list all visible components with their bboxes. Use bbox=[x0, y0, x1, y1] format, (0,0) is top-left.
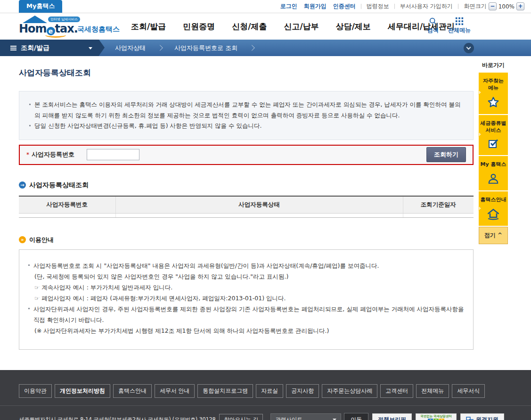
go-button[interactable]: 이동 bbox=[344, 413, 368, 420]
search-label: 검색 bbox=[427, 26, 439, 34]
notice-line: 본 조회서비스는 홈택스 이용자의 세무처리와 거래 상대방이 세금계산서를 교… bbox=[29, 99, 464, 121]
guide-line: (단, 국세청에 등록되어 있지 않은 사업자번호인 경우 "사업을 하지 않고… bbox=[28, 271, 465, 282]
hamburger-icon bbox=[10, 46, 16, 47]
zoom-out-button[interactable]: − bbox=[489, 2, 497, 10]
zoom-in-button[interactable]: + bbox=[516, 2, 524, 10]
footer-link-all-menu[interactable]: 전체메뉴 bbox=[416, 384, 449, 398]
footer-link-hometax-guide[interactable]: 홈택스안내 bbox=[113, 384, 152, 398]
divider bbox=[394, 4, 395, 9]
logo-suffix: 국세청홈택스 bbox=[77, 25, 120, 34]
notice-line: 당일 신청한 사업자상태변경(신규등록, 휴.폐업 등) 사항은 반영되지 않을… bbox=[29, 121, 464, 132]
page-title: 사업자등록상태조회 bbox=[19, 67, 474, 78]
footer-link-install-program[interactable]: 통합설치프로그램 bbox=[197, 384, 253, 398]
hometax-logo[interactable]: 인터넷 납세서비스 Hometax. 국세청홈택스 bbox=[19, 16, 123, 37]
footer-link-privacy[interactable]: 개인정보처리방침 bbox=[55, 384, 110, 398]
footer-link-row: 이용약관 개인정보처리방침 홈택스안내 세무서 안내 통합설치프로그램 자료실 … bbox=[19, 384, 531, 398]
footer-link-archive[interactable]: 자료실 bbox=[256, 384, 283, 398]
arrow-circle-orange-icon: » bbox=[19, 236, 26, 243]
sidebar-item-my-hometax[interactable]: My 홈택스 bbox=[479, 156, 508, 190]
divider bbox=[361, 4, 361, 9]
breadcrumb-item-business-status[interactable]: 사업자상태 bbox=[115, 44, 146, 52]
guide-line: 사업자단위과세 사업자인 경우, 주된 사업자등록번호를 제외한 종된 사업장의… bbox=[28, 304, 465, 325]
sidebar-item-favorite-menu[interactable]: 자주찾는 메뉴 bbox=[479, 73, 508, 114]
call-center-126-button[interactable]: 국번없는 국세상담센터 1 2 6 bbox=[416, 413, 457, 420]
footer-link-notice[interactable]: 공지사항 bbox=[286, 384, 319, 398]
related-sites-select[interactable]: 관련사이트 bbox=[270, 413, 341, 420]
utility-bar: My홈택스 로그인 회원가입 인증센터 법령정보 부서사용자 가입하기 화면크기… bbox=[0, 0, 531, 13]
col-registration-status: 사업자등록상태 bbox=[115, 196, 403, 214]
sidebar-item-label: 자주찾는 메뉴 bbox=[480, 78, 507, 92]
nav-application-submit[interactable]: 신청/제출 bbox=[232, 21, 267, 32]
policy-briefing-button[interactable]: 정책브리핑 bbox=[372, 413, 412, 420]
expand-menu-button[interactable] bbox=[464, 43, 474, 53]
global-nav: 조회/발급 민원증명 신청/제출 신고/납부 상담/제보 세무대리/납세관리 bbox=[131, 21, 455, 32]
col-business-regno: 사업자등록번호 bbox=[19, 196, 115, 214]
all-menu-label: 전체메뉴 bbox=[448, 26, 471, 34]
nav-report-pay[interactable]: 신고/납부 bbox=[284, 21, 319, 32]
fold-button[interactable]: 접기 ^ bbox=[479, 227, 508, 244]
my-hometax-tab[interactable]: My홈택스 bbox=[19, 0, 62, 13]
nav-inquiry-issue[interactable]: 조회/발급 bbox=[131, 21, 166, 32]
service-notice-box: 본 조회서비스는 홈택스 이용자의 세무처리와 거래 상대방이 세금계산서를 교… bbox=[19, 91, 474, 140]
guide-line: (※ 사업자단위과세자는 부가가치세법 시행령 제12조 제1항 단서에 의해 … bbox=[28, 325, 465, 336]
table-header-row: 사업자등록번호 사업자등록상태 조회기준일자 bbox=[19, 196, 474, 214]
guide-line: 사업자등록번호로 조회 시 "사업자등록상태" 내용은 사업자의 과세유형(일반… bbox=[28, 260, 465, 271]
triangle-marker-icon bbox=[478, 90, 481, 95]
breadcrumb-item-lookup-by-regno[interactable]: 사업자등록번호로 조회 bbox=[174, 44, 237, 52]
breadcrumb: 사업자상태 사업자등록번호로 조회 bbox=[115, 44, 254, 52]
all-menu-button[interactable]: 전체메뉴 bbox=[448, 17, 471, 34]
result-table: 사업자등록번호 사업자등록상태 조회기준일자 bbox=[19, 196, 474, 218]
remote-support-button[interactable]: 원격지원 bbox=[460, 413, 504, 420]
section-menu-dropdown[interactable]: 조회/발급 bbox=[0, 40, 99, 56]
sidebar-item-tax-type-services[interactable]: 세금종류별 서비스 bbox=[479, 115, 508, 156]
chevron-down-icon bbox=[466, 45, 471, 50]
footer-link-tax-office[interactable]: 세무서 안내 bbox=[155, 384, 195, 398]
footer-divider bbox=[0, 405, 531, 406]
dept-user-signup-link[interactable]: 부서사용자 가입하기 bbox=[397, 2, 456, 10]
business-regno-label: 사업자등록번호 bbox=[32, 150, 74, 159]
footer-info-row: 세종특별자치시 국세청로 8-14 국세청(정부세종2청사 국세청동) (우편번… bbox=[19, 413, 531, 420]
footer-link-customer-center[interactable]: 고객센터 bbox=[380, 384, 413, 398]
star-icon bbox=[487, 96, 499, 108]
cert-center-link[interactable]: 인증센터 bbox=[330, 2, 359, 10]
business-regno-input[interactable] bbox=[87, 149, 139, 160]
search-button[interactable]: 검색 bbox=[427, 17, 439, 34]
zoom-value: 100% bbox=[498, 3, 515, 10]
search-icon bbox=[429, 17, 437, 25]
remote-support-label: 원격지원 bbox=[476, 416, 498, 420]
screen-zoom-control: 화면크기 − 100% + bbox=[464, 2, 524, 10]
call-center-126-caption: 국번없는 국세상담센터 bbox=[420, 415, 452, 418]
sidebar-item-hometax-guide[interactable]: 홈택스안내 bbox=[479, 191, 508, 226]
related-sites-label: 관련사이트 bbox=[275, 416, 302, 420]
login-link[interactable]: 로그인 bbox=[277, 2, 301, 10]
empty-result-row bbox=[19, 213, 474, 217]
footer-link-tax-forms[interactable]: 세무서식 bbox=[452, 384, 485, 398]
triangle-marker-icon bbox=[478, 132, 481, 137]
law-info-link[interactable]: 법령정보 bbox=[363, 2, 392, 10]
chevron-separator-icon bbox=[157, 45, 163, 51]
section-menu-label: 조회/발급 bbox=[21, 44, 49, 52]
main-content: 사업자등록상태조회 본 조회서비스는 홈택스 이용자의 세무처리와 거래 상대방… bbox=[19, 67, 474, 350]
query-button[interactable]: 조회하기 bbox=[426, 147, 466, 162]
logo-tagline: 인터넷 납세서비스 bbox=[48, 16, 80, 22]
result-section-header: → 사업자등록상태조회 bbox=[19, 181, 474, 189]
business-regno-search-box: * 사업자등록번호 조회하기 bbox=[19, 145, 474, 165]
chevron-down-icon bbox=[89, 47, 92, 49]
result-section-title: 사업자등록상태조회 bbox=[29, 181, 89, 189]
footer-link-faq[interactable]: 자주묻는상담사례 bbox=[322, 384, 377, 398]
quick-sidebar-title: 바로가기 bbox=[479, 61, 508, 69]
guide-line: ☞ 계속사업자 예시 : 부가가치세 일반과세자 입니다. bbox=[28, 282, 465, 293]
nav-consult-report[interactable]: 상담/제보 bbox=[336, 21, 371, 32]
nav-civil-certificates[interactable]: 민원증명 bbox=[183, 21, 215, 32]
divider bbox=[458, 4, 458, 9]
required-mark: * bbox=[26, 151, 29, 158]
footer-address: 세종특별자치시 국세청로 8-14 국세청(정부세종2청사 국세청동) (우편번… bbox=[19, 416, 215, 420]
guide-line: ☞ 폐업사업자 예시 : 폐업자 (과세유형:부가가치세 면세사업자, 폐업일자… bbox=[28, 293, 465, 304]
guide-section-title: 이용안내 bbox=[29, 236, 54, 244]
sidebar-item-label: 홈택스안내 bbox=[480, 197, 507, 204]
signup-link[interactable]: 회원가입 bbox=[301, 2, 330, 10]
chevron-separator-icon bbox=[249, 45, 255, 51]
footer-link-terms[interactable]: 이용약관 bbox=[19, 384, 52, 398]
site-header: 인터넷 납세서비스 Hometax. 국세청홈택스 조회/발급 민원증명 신청/… bbox=[0, 13, 531, 40]
directions-button[interactable]: 찾아오시는 길 bbox=[219, 414, 263, 420]
